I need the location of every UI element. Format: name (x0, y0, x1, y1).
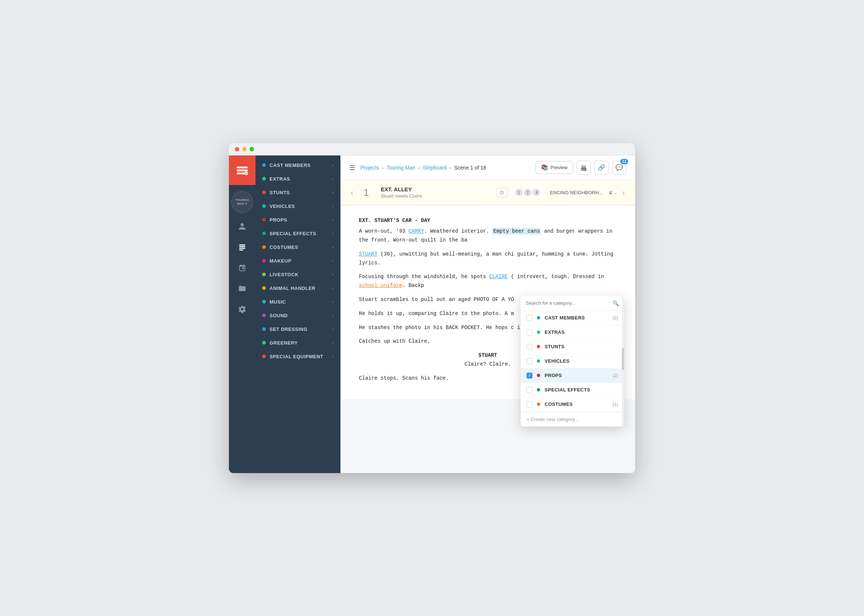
costumes-chevron: › (332, 245, 334, 249)
set-dressing-label: SET DRESSING (270, 327, 308, 332)
makeup-dot (262, 259, 266, 262)
costumes-dot (262, 245, 266, 249)
costumes-checkbox[interactable] (526, 401, 533, 407)
livestock-dot (262, 273, 266, 276)
stunts-dropdown-label: STUNTS (545, 344, 614, 349)
special-effects-dot (262, 231, 266, 235)
cast-members-checkbox[interactable] (526, 315, 533, 321)
project-avatar[interactable]: TOURINGMAN ✦ (231, 191, 253, 213)
svg-rect-5 (239, 246, 245, 247)
special-effects-color-dot (537, 388, 540, 391)
dropdown-list: CAST MEMBERS (2) EXTRAS (521, 311, 624, 412)
sidebar-item-livestock[interactable]: LIVESTOCK › (256, 268, 341, 281)
dropdown-item-props[interactable]: PROPS (2) (521, 369, 624, 383)
vehicles-chevron: › (332, 204, 334, 208)
nav-characters-icon[interactable] (234, 218, 250, 234)
minimize-dot[interactable] (242, 147, 247, 151)
nav-schedule-icon[interactable] (234, 259, 250, 276)
cast-members-dropdown-count: (2) (613, 315, 618, 321)
nav-stripboard-icon[interactable] (234, 239, 250, 255)
breadcrumb-projects[interactable]: Projects (360, 165, 379, 171)
props-dropdown-count: (2) (613, 373, 618, 378)
svg-point-3 (244, 171, 248, 175)
category-search-input[interactable] (526, 300, 610, 306)
stunts-checkbox[interactable] (526, 344, 533, 350)
dropdown-item-extras[interactable]: EXTRAS (521, 325, 624, 340)
link-button[interactable]: 🔗 (594, 161, 608, 175)
claire-link[interactable]: CLAIRE (489, 273, 508, 280)
sidebar-item-special-effects[interactable]: SPECIAL EFFECTS › (256, 227, 341, 240)
sidebar-item-costumes[interactable]: COSTUMES › (256, 240, 341, 254)
preview-button[interactable]: 📚 Preview (536, 161, 573, 174)
special-effects-label: SPECIAL EFFECTS (270, 231, 316, 236)
stripboard-svg (238, 243, 246, 251)
dropdown-item-costumes[interactable]: COSTUMES (1) (521, 398, 624, 412)
sidebar-item-vehicles[interactable]: VEHICLES › (256, 200, 341, 213)
script-container: EXT. STUART'S CAR - DAY A worn-out, '93 … (341, 205, 635, 473)
sidebar-item-sound[interactable]: SOUND › (256, 309, 341, 322)
sidebar-item-animal-handler[interactable]: ANIMAL HANDLER › (256, 281, 341, 295)
breadcrumb-project[interactable]: Touring Man (386, 165, 415, 171)
logo-icon (236, 163, 249, 177)
sidebar-item-cast-members[interactable]: CAST MEMBERS › (256, 159, 341, 172)
props-checkbox[interactable] (526, 372, 533, 379)
sidebar-item-set-dressing[interactable]: SET DRESSING › (256, 322, 341, 336)
scene-count-number: 4 (609, 189, 612, 196)
cast-members-dropdown-label: CAST MEMBERS (545, 315, 608, 321)
dropdown-item-special-effects[interactable]: SPECIAL EFFECTS (521, 383, 624, 398)
print-button[interactable]: 🖨️ (577, 161, 591, 175)
main-content: ☰ Projects › Touring Man › Stripboard › … (341, 156, 635, 473)
dropdown-item-vehicles[interactable]: VEHICLES (521, 354, 624, 369)
sidebar-item-makeup[interactable]: MAKEUP › (256, 254, 341, 268)
title-bar (229, 143, 635, 156)
scene-number: 1 (358, 187, 375, 198)
comment-button[interactable]: 💬 12 (612, 161, 626, 175)
create-category-button[interactable]: + Create new category... (521, 412, 624, 427)
extras-label: EXTRAS (270, 176, 290, 182)
scene-location: ENCINO NEIGHBORH... (550, 190, 603, 195)
vehicles-checkbox[interactable] (526, 358, 533, 364)
scene-info: EXT. ALLEY Stuart meets Claire. (375, 186, 493, 199)
sidebar-item-special-equipment[interactable]: SPECIAL EQUIPMENT › (256, 350, 341, 363)
breadcrumb-stripboard[interactable]: Stripboard (423, 165, 447, 171)
vehicles-color-dot (537, 359, 540, 363)
nav-folder-icon[interactable] (234, 280, 250, 297)
search-icon: 🔍 (613, 300, 619, 306)
animal-handler-chevron: › (332, 286, 334, 290)
empty-beer-cans-highlight[interactable]: Empty beer cans (492, 228, 541, 234)
dropdown-item-stunts[interactable]: STUNTS (521, 340, 624, 354)
nav-settings-icon[interactable] (234, 301, 250, 317)
special-effects-dropdown-label: SPECIAL EFFECTS (545, 387, 614, 393)
topbar-right: 📚 Preview 🖨️ 🔗 💬 12 (536, 161, 626, 175)
topbar-left: ☰ Projects › Touring Man › Stripboard › … (349, 163, 486, 172)
camry-link[interactable]: CAMRY (408, 228, 424, 234)
scene-prev-button[interactable]: ‹ (346, 185, 358, 200)
app-logo[interactable] (229, 156, 256, 185)
scrollbar-thumb[interactable] (622, 348, 624, 370)
extras-checkbox[interactable] (526, 329, 533, 335)
scene-next-button[interactable]: › (618, 185, 629, 200)
maximize-dot[interactable] (250, 147, 254, 151)
extras-color-dot (537, 330, 540, 334)
sidebar-item-extras[interactable]: EXTRAS › (256, 172, 341, 186)
dropdown-item-cast-members[interactable]: CAST MEMBERS (2) (521, 311, 624, 325)
scene-pages: 1 2 4 (515, 189, 540, 196)
sidebar-item-music[interactable]: MUSIC › (256, 295, 341, 309)
props-dropdown-label: PROPS (545, 372, 608, 378)
scrollbar-track (622, 296, 624, 427)
menu-button[interactable]: ☰ (349, 163, 355, 172)
sidebar-item-greenery[interactable]: GREENERY › (256, 336, 341, 350)
sidebar-item-props[interactable]: PROPS › (256, 213, 341, 227)
svg-rect-1 (237, 170, 248, 171)
topbar: ☰ Projects › Touring Man › Stripboard › … (341, 156, 635, 180)
script-p2: STUART (36), unwitting but well-meaning,… (359, 250, 617, 268)
schedule-svg (238, 264, 246, 272)
stuart-link[interactable]: STUART (359, 251, 377, 257)
school-uniform-link[interactable]: school uniform (359, 283, 402, 288)
sound-chevron: › (332, 313, 334, 317)
special-effects-checkbox[interactable] (526, 387, 533, 393)
close-dot[interactable] (235, 147, 239, 151)
cast-members-color-dot (537, 316, 540, 319)
category-dropdown: 🔍 CAST MEMBERS (2) (521, 296, 624, 427)
sidebar-item-stunts[interactable]: STUNTS › (256, 186, 341, 200)
